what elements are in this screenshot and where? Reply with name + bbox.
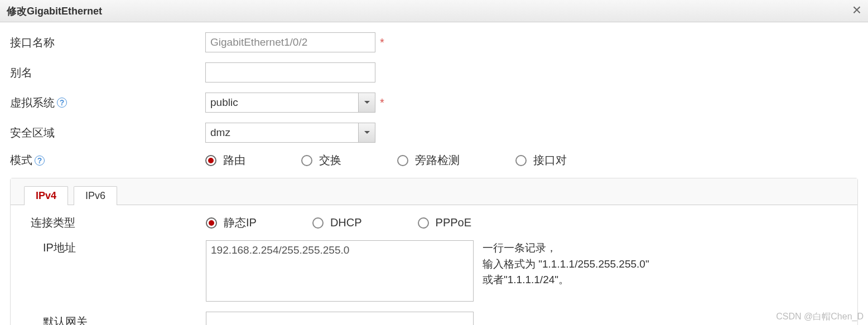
label-virtual-system: 虚拟系统 ? <box>10 95 205 110</box>
mode-radio-route-label: 路由 <box>223 153 245 168</box>
mode-radio-switch-label: 交换 <box>319 153 341 168</box>
ip-tabs: IPv4 IPv6 <box>11 178 857 205</box>
radio-icon <box>301 155 312 166</box>
radio-icon <box>515 155 527 166</box>
label-interface-name: 接口名称 <box>10 35 205 50</box>
row-alias: 别名 <box>10 62 858 83</box>
interface-name-input <box>205 32 375 52</box>
security-zone-select[interactable]: dmz <box>205 123 375 143</box>
conn-radio-pppoe[interactable]: PPPoE <box>418 216 471 229</box>
radio-icon <box>312 217 324 229</box>
ip-hint-line3: 或者"1.1.1.1/24"。 <box>483 272 649 288</box>
mode-radio-bypass[interactable]: 旁路检测 <box>397 153 460 168</box>
label-mode-text: 模式 <box>10 153 32 168</box>
radio-icon <box>206 217 217 229</box>
dialog-title: 修改GigabitEthernet <box>7 4 102 18</box>
label-alias: 别名 <box>10 65 205 80</box>
row-interface-name: 接口名称 * <box>10 32 858 52</box>
conn-radio-group: 静态IP DHCP PPPoE <box>206 215 471 230</box>
label-security-zone: 安全区域 <box>10 125 205 140</box>
tab-ipv6[interactable]: IPv6 <box>74 186 117 205</box>
default-gateway-input[interactable] <box>206 312 474 325</box>
dialog-header: 修改GigabitEthernet × <box>0 0 868 22</box>
row-mode: 模式 ? 路由 交换 旁路检测 接口对 <box>10 153 858 168</box>
chevron-down-icon <box>358 123 375 142</box>
chevron-down-icon <box>358 93 375 112</box>
ip-hint-line2: 输入格式为 "1.1.1.1/255.255.255.0" <box>483 256 649 273</box>
radio-icon <box>397 155 408 166</box>
ip-hint-line1: 一行一条记录， <box>483 240 649 256</box>
row-virtual-system: 虚拟系统 ? public * <box>10 93 858 113</box>
radio-icon <box>418 217 429 229</box>
mode-radio-pair[interactable]: 接口对 <box>515 153 567 168</box>
label-connection-type: 连接类型 <box>31 215 206 230</box>
conn-radio-pppoe-label: PPPoE <box>436 216 471 229</box>
ip-hint: 一行一条记录， 输入格式为 "1.1.1.1/255.255.255.0" 或者… <box>483 240 649 288</box>
security-zone-value: dmz <box>210 127 230 139</box>
ip-address-textarea[interactable] <box>206 240 474 302</box>
label-ip-address: IP地址 <box>31 240 206 255</box>
help-icon[interactable]: ? <box>35 156 45 166</box>
form-body: 接口名称 * 别名 虚拟系统 ? public * 安全区域 dmz <box>0 22 868 325</box>
close-icon[interactable]: × <box>852 2 861 18</box>
watermark: CSDN @白帽Chen_D <box>776 311 864 323</box>
virtual-system-value: public <box>210 96 238 109</box>
alias-input[interactable] <box>205 62 375 83</box>
conn-radio-dhcp[interactable]: DHCP <box>312 216 362 229</box>
required-marker: * <box>380 96 384 109</box>
row-ip-address: IP地址 一行一条记录， 输入格式为 "1.1.1.1/255.255.255.… <box>31 240 857 302</box>
label-default-gateway: 默认网关 <box>31 314 206 326</box>
conn-radio-static[interactable]: 静态IP <box>206 215 257 230</box>
mode-radio-route[interactable]: 路由 <box>205 153 245 168</box>
radio-icon <box>205 155 216 166</box>
ip-config-panel: IPv4 IPv6 连接类型 静态IP DHCP <box>10 178 858 325</box>
mode-radio-bypass-label: 旁路检测 <box>415 153 460 168</box>
tab-content-ipv4: 连接类型 静态IP DHCP PPPoE <box>11 205 857 325</box>
mode-radio-pair-label: 接口对 <box>533 153 567 168</box>
row-security-zone: 安全区域 dmz <box>10 123 858 143</box>
row-connection-type: 连接类型 静态IP DHCP PPPoE <box>31 215 857 230</box>
label-virtual-system-text: 虚拟系统 <box>10 95 55 110</box>
label-mode: 模式 ? <box>10 153 205 168</box>
required-marker: * <box>380 36 384 49</box>
mode-radio-group: 路由 交换 旁路检测 接口对 <box>205 153 567 168</box>
virtual-system-select[interactable]: public <box>205 93 375 113</box>
mode-radio-switch[interactable]: 交换 <box>301 153 341 168</box>
conn-radio-dhcp-label: DHCP <box>330 216 362 229</box>
help-icon[interactable]: ? <box>57 98 67 108</box>
tab-ipv4[interactable]: IPv4 <box>24 186 68 205</box>
row-default-gateway: 默认网关 <box>31 312 857 325</box>
conn-radio-static-label: 静态IP <box>224 215 257 230</box>
